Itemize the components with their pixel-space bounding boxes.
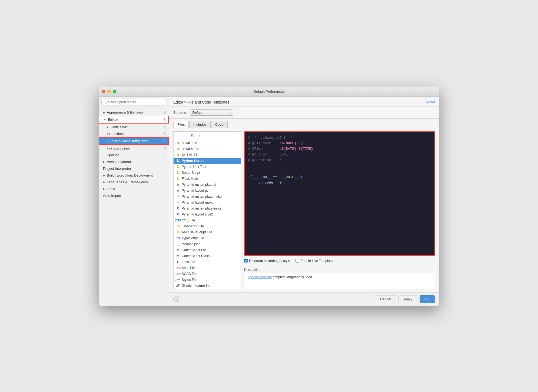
reset-link[interactable]: Reset	[426, 100, 435, 104]
copy-settings-icon[interactable]: ⎘	[164, 132, 166, 135]
cancel-button[interactable]: Cancel	[375, 295, 396, 303]
list-item[interactable]: SassSass File	[174, 265, 241, 271]
copy-settings-icon[interactable]: ⎘	[164, 153, 166, 157]
description-text: template language is used	[272, 275, 312, 279]
code-editor[interactable]: # -*- coding:utf-8 -*-# @FileName :${NAM…	[244, 131, 435, 256]
file-item-label: Sass File	[182, 266, 195, 270]
apache-velocity-link[interactable]: Apache Velocity	[248, 275, 272, 279]
list-item[interactable]: TSTypeScript File	[174, 235, 241, 241]
copy-settings-icon[interactable]: ⎘	[164, 118, 165, 121]
py-file-icon: 🐍	[176, 159, 180, 163]
sidebar-item-spelling[interactable]: Spelling⎘	[99, 152, 169, 158]
list-item[interactable]: StylStylus File	[174, 277, 241, 283]
less-file-icon: Styl	[176, 278, 180, 282]
sidebar-item-editor[interactable]: ▼Editor⎘	[99, 116, 169, 124]
sidebar-item-build-exec[interactable]: ▶Build, Execution, Deployment	[99, 172, 169, 179]
list-item[interactable]: J2Pyramid mytemplate jinja2	[174, 205, 241, 211]
panel-header: Editor > File and Code Templates Reset	[169, 97, 439, 107]
close-button[interactable]	[102, 90, 105, 93]
reformat-label: Reformat according to style	[249, 259, 290, 263]
live-templates-checkbox[interactable]	[295, 259, 299, 263]
js-file-icon: JS	[176, 224, 180, 228]
reformat-checkbox-label[interactable]: Reformat according to style	[244, 259, 290, 263]
sidebar-item-auto-import[interactable]: Auto Import	[99, 192, 169, 199]
list-item[interactable]: SassSCSS File	[174, 271, 241, 277]
list-item[interactable]: HXHTML File	[174, 152, 241, 158]
sidebar-item-label: Editor	[108, 118, 118, 122]
live-templates-checkbox-label[interactable]: Enable Live Templates	[295, 259, 334, 263]
help-button[interactable]: ?	[173, 296, 179, 302]
ok-button[interactable]: OK	[420, 295, 435, 303]
list-item[interactable]: 🐍Setup Script	[174, 170, 241, 176]
sidebar-item-appearance[interactable]: ▶Appearance & Behavior⎘	[99, 109, 169, 116]
breadcrumb: Editor > File and Code Templates	[173, 100, 229, 104]
mako-file-icon: ◼	[176, 188, 180, 193]
code-line: # @FileName :${NAME}.py	[248, 141, 431, 146]
sidebar-item-version-control[interactable]: ▶Version Control	[99, 158, 169, 165]
sidebar-item-file-encodings[interactable]: File Encodings⎘	[99, 145, 169, 152]
json-file-icon: { }	[176, 242, 180, 246]
minimize-button[interactable]	[107, 90, 111, 93]
file-item-label: CoffeeScript File	[182, 248, 207, 252]
list-item[interactable]: ◼Pyramid mytemplate pt	[174, 182, 241, 188]
list-item[interactable]: 🐍Python Script	[174, 158, 241, 164]
tab-files[interactable]: Files	[173, 121, 189, 128]
sidebar-item-project-interpreter[interactable]: Project Interpreter	[99, 165, 169, 172]
list-item[interactable]: JSAMD JavaScript File	[174, 229, 241, 235]
list-item[interactable]: 🥒Gherkin feature file	[174, 283, 241, 289]
list-item[interactable]: JSJavaScript File	[174, 223, 241, 229]
scheme-select[interactable]: DefaultProject	[190, 109, 233, 116]
sidebar-item-code-style[interactable]: ▶Code Style⎘	[99, 124, 169, 130]
file-list: HHTML FileHHTML4 FileHXHTML File🐍Python …	[174, 140, 241, 289]
file-item-label: CSS File	[182, 218, 195, 222]
list-item[interactable]: J2Pyramid layout jinja2	[174, 211, 241, 217]
copy-settings-icon[interactable]: ⎘	[164, 111, 166, 114]
mako-file-icon: M	[176, 200, 180, 205]
file-item-label: Pyramid layout mako	[182, 201, 213, 204]
file-item-label: Flask Main	[182, 177, 198, 181]
copy-settings-icon[interactable]: ⎘	[164, 147, 166, 150]
copy-template-button[interactable]: ⎘	[189, 133, 195, 139]
list-item[interactable]: HHTML File	[174, 140, 241, 146]
file-item-label: Python Unit Test	[182, 165, 206, 169]
sidebar-item-tools[interactable]: ▶Tools	[99, 185, 169, 192]
apply-button[interactable]: Apply	[398, 295, 418, 303]
list-item[interactable]: HHTML4 File	[174, 146, 241, 152]
tab-includes[interactable]: Includes	[189, 121, 210, 128]
copy-settings-icon[interactable]: ⎘	[164, 139, 165, 142]
tab-code[interactable]: Code	[211, 121, 228, 128]
file-item-label: AMD JavaScript File	[182, 230, 212, 234]
add-template-button[interactable]: +	[175, 133, 181, 139]
list-item[interactable]: ◼Pyramid layout pt	[174, 188, 241, 194]
reformat-checkbox[interactable]	[244, 259, 248, 263]
file-item-label: Pyramid mytemplate mako	[182, 195, 222, 198]
list-item[interactable]: { }tsconfig.json	[174, 241, 241, 247]
file-list-panel: + − ⎘ ↑ HHTML FileHHTML4 FileHXHTML File…	[173, 131, 241, 289]
list-item[interactable]: CSSCSS File	[174, 217, 241, 223]
file-item-label: Setup Script	[182, 171, 200, 175]
maximize-button[interactable]	[113, 90, 116, 93]
list-item[interactable]: LLess File	[174, 259, 241, 265]
list-item[interactable]: 🐍Python Unit Test	[174, 164, 241, 170]
scheme-dropdown-wrapper: DefaultProject ⌄	[190, 109, 233, 116]
ts-file-icon: TS	[176, 236, 180, 240]
sidebar-item-inspections[interactable]: Inspections⎘	[99, 130, 169, 137]
tabs-row: FilesIncludesCode	[169, 119, 439, 128]
list-item[interactable]: 🐍Flask Main	[174, 176, 241, 182]
list-item[interactable]: ☕CoffeeScript Class	[174, 253, 241, 259]
code-line	[248, 169, 431, 174]
sidebar-item-languages[interactable]: ▶Languages & Frameworks	[99, 179, 169, 185]
sidebar-item-file-templates[interactable]: File and Code Templates⎘	[99, 137, 169, 145]
list-item[interactable]: MPyramid mytemplate mako	[174, 194, 241, 200]
code-line: # @Time :${DATE} ${TIME}	[248, 146, 431, 152]
file-item-label: tsconfig.json	[182, 242, 200, 246]
remove-template-button[interactable]: −	[182, 133, 188, 139]
list-item[interactable]: MPyramid layout mako	[174, 200, 241, 205]
export-template-button[interactable]: ↑	[196, 133, 202, 139]
sidebar-item-label: File and Code Templates	[107, 139, 148, 143]
search-input[interactable]	[101, 99, 166, 105]
coffee-file-icon: ☕	[176, 254, 180, 258]
copy-settings-icon[interactable]: ⎘	[164, 125, 166, 128]
collapsed-arrow-icon: ▶	[103, 174, 105, 177]
list-item[interactable]: ☕CoffeeScript File	[174, 247, 241, 253]
